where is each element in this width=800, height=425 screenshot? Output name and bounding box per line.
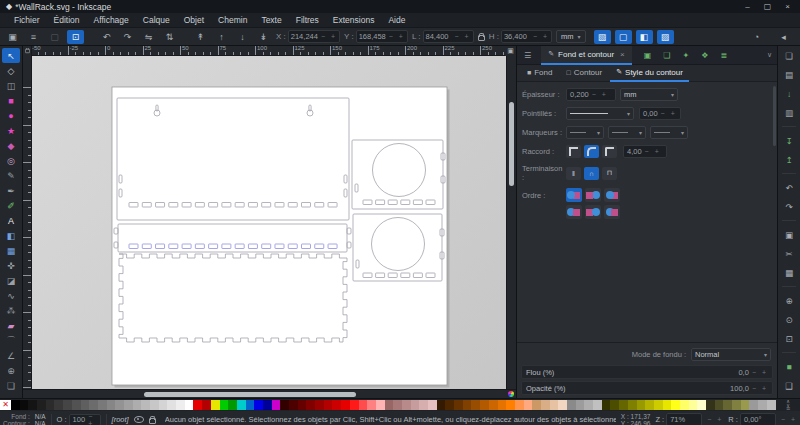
move-patterns-toggle[interactable]: ▨ bbox=[657, 30, 674, 44]
swatch-67[interactable] bbox=[584, 400, 593, 410]
join-round-button[interactable] bbox=[584, 145, 599, 158]
export-button[interactable]: ↥ bbox=[781, 153, 797, 166]
mesh-gradient-tool[interactable]: ▦ bbox=[2, 243, 20, 258]
ruler-lock-icon[interactable] bbox=[25, 49, 30, 53]
join-bevel-button[interactable] bbox=[602, 145, 617, 158]
connector-tool[interactable]: ⌒ bbox=[2, 333, 20, 348]
swatch-75[interactable] bbox=[654, 400, 663, 410]
swatch-45[interactable] bbox=[393, 400, 402, 410]
gradient-tool[interactable]: ◧ bbox=[2, 228, 20, 243]
swatch-60[interactable] bbox=[524, 400, 533, 410]
swatch-42[interactable] bbox=[367, 400, 376, 410]
pages-tool[interactable]: ❏ bbox=[2, 378, 20, 393]
swatch-61[interactable] bbox=[532, 400, 541, 410]
swatch-51[interactable] bbox=[445, 400, 454, 410]
swatch-38[interactable] bbox=[332, 400, 341, 410]
scale-corners-toggle[interactable]: ▢ bbox=[615, 30, 632, 44]
swatch-73[interactable] bbox=[637, 400, 646, 410]
panel-scrollbar[interactable] bbox=[773, 86, 776, 146]
vertical-scrollbar[interactable] bbox=[506, 56, 516, 389]
marker-end-dropdown[interactable]: ▾ bbox=[650, 126, 688, 139]
swatch-81[interactable] bbox=[706, 400, 715, 410]
export-dialog-icon[interactable]: ▣ bbox=[638, 51, 658, 60]
symbols-dialog-icon[interactable]: ❖ bbox=[695, 51, 714, 60]
layer-lock-icon[interactable] bbox=[149, 418, 156, 424]
swatch-69[interactable] bbox=[602, 400, 611, 410]
menu-edition[interactable]: Édition bbox=[48, 13, 86, 27]
swatch-15[interactable] bbox=[133, 400, 142, 410]
swatch-57[interactable] bbox=[498, 400, 507, 410]
minimize-button[interactable]: – bbox=[745, 0, 749, 13]
swatch-59[interactable] bbox=[515, 400, 524, 410]
spiral-tool[interactable]: ◎ bbox=[2, 153, 20, 168]
order-stroke-fill-markers-button[interactable] bbox=[585, 188, 601, 202]
swatch-85[interactable] bbox=[741, 400, 750, 410]
rotate-ccw-button[interactable]: ↶ bbox=[98, 30, 115, 44]
swatch-39[interactable] bbox=[341, 400, 350, 410]
swatch-34[interactable] bbox=[298, 400, 307, 410]
swatch-21[interactable] bbox=[185, 400, 194, 410]
swatch-31[interactable] bbox=[272, 400, 281, 410]
dash-offset-input[interactable]: 0,00− + bbox=[639, 107, 681, 120]
height-field[interactable]: H : 36,400− + bbox=[489, 30, 552, 43]
subtab-fill[interactable]: ■Fond bbox=[521, 65, 558, 82]
swatch-17[interactable] bbox=[150, 400, 159, 410]
menu-objet[interactable]: Objet bbox=[178, 13, 210, 27]
swatch-52[interactable] bbox=[454, 400, 463, 410]
layers-dialog-icon[interactable]: ≣ bbox=[714, 51, 733, 60]
menu-extensions[interactable]: Extensions bbox=[327, 13, 381, 27]
calligraphy-tool[interactable]: ✐ bbox=[2, 198, 20, 213]
menu-aide[interactable]: Aide bbox=[382, 13, 411, 27]
cap-square-button[interactable]: ⊓ bbox=[602, 167, 617, 180]
menu-fichier[interactable]: Fichier bbox=[8, 13, 46, 27]
unit-dropdown[interactable]: mm▾ bbox=[556, 30, 586, 43]
raise-button[interactable]: ↑ bbox=[213, 30, 230, 44]
box3d-tool[interactable]: ◆ bbox=[2, 138, 20, 153]
swatch-14[interactable] bbox=[124, 400, 133, 410]
zoom-selection-toggle[interactable]: ⊡ bbox=[67, 30, 84, 44]
select-all-layers-button[interactable]: ≡ bbox=[25, 30, 42, 44]
swatch-30[interactable] bbox=[263, 400, 272, 410]
panel-switcher-icon[interactable]: ☰ bbox=[520, 51, 535, 60]
swatch-22[interactable] bbox=[193, 400, 202, 410]
swatch-48[interactable] bbox=[419, 400, 428, 410]
pencil-tool[interactable]: ✎ bbox=[2, 168, 20, 183]
swatch-84[interactable] bbox=[732, 400, 741, 410]
swatch-12[interactable] bbox=[107, 400, 116, 410]
marker-start-dropdown[interactable]: ▾ bbox=[566, 126, 604, 139]
swatch-77[interactable] bbox=[671, 400, 680, 410]
menu-texte[interactable]: Texte bbox=[255, 13, 287, 27]
swatch-43[interactable] bbox=[376, 400, 385, 410]
stroke-width-input[interactable]: 0,200− + bbox=[566, 88, 616, 101]
swatch-3[interactable] bbox=[28, 400, 37, 410]
group-button[interactable]: ❑ bbox=[781, 379, 797, 392]
swatch-20[interactable] bbox=[176, 400, 185, 410]
undo-button[interactable]: ↶ bbox=[781, 181, 797, 194]
menu-calque[interactable]: Calque bbox=[137, 13, 176, 27]
swatch-9[interactable] bbox=[81, 400, 90, 410]
paste-button[interactable]: ▦ bbox=[781, 266, 797, 279]
join-miter-button[interactable] bbox=[566, 145, 581, 158]
swatch-82[interactable] bbox=[715, 400, 724, 410]
swatch-80[interactable] bbox=[697, 400, 706, 410]
horizontal-ruler[interactable]: -50-250255075100125150175200225250 bbox=[32, 46, 505, 56]
swatch-29[interactable] bbox=[254, 400, 263, 410]
fill-value[interactable]: N/A bbox=[35, 413, 46, 420]
swatch-19[interactable] bbox=[167, 400, 176, 410]
swatch-74[interactable] bbox=[645, 400, 654, 410]
lower-button[interactable]: ↓ bbox=[234, 30, 251, 44]
paint-bucket-tool[interactable]: ◪ bbox=[2, 273, 20, 288]
raise-to-top-button[interactable]: ↟ bbox=[192, 30, 209, 44]
zoom-selection-button[interactable]: ⊕ bbox=[781, 294, 797, 307]
swatch-36[interactable] bbox=[315, 400, 324, 410]
close-tab-icon[interactable]: × bbox=[620, 50, 625, 59]
swatch-23[interactable] bbox=[202, 400, 211, 410]
swatch-65[interactable] bbox=[567, 400, 576, 410]
color-profile-icon[interactable] bbox=[506, 390, 516, 398]
swatch-28[interactable] bbox=[246, 400, 255, 410]
order-fill-stroke-markers-button[interactable] bbox=[566, 188, 582, 202]
cap-round-button[interactable]: ∩ bbox=[584, 167, 599, 180]
swatch-35[interactable] bbox=[306, 400, 315, 410]
cut-button[interactable]: ✂ bbox=[781, 247, 797, 260]
swatch-6[interactable] bbox=[54, 400, 63, 410]
